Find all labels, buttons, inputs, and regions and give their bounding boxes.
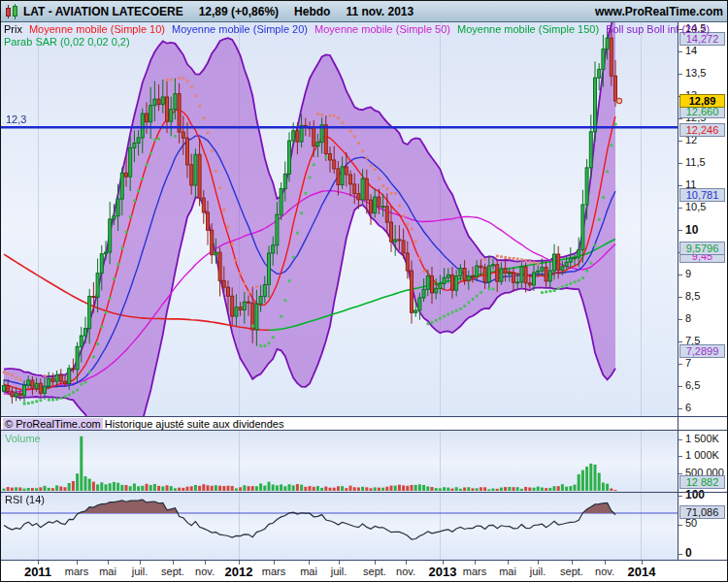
- copyright-brand: © ProRealTime.com: [3, 418, 103, 430]
- time-tick-mark: [508, 561, 509, 565]
- price-tick-label: 8: [685, 312, 691, 324]
- price-tick-label: 14: [685, 45, 697, 56]
- time-tick-label: 2011: [24, 565, 51, 579]
- legend-item[interactable]: Moyenne mobile (Simple 10): [29, 23, 165, 35]
- rsi-tick-label: 100: [685, 488, 705, 501]
- price-badge: 12,89: [679, 94, 725, 108]
- price-tick-label: 10,5: [685, 201, 706, 212]
- panel-divider: [1, 430, 728, 431]
- time-tick-label: sept.: [161, 566, 184, 577]
- candlestick-chart-icon: [4, 4, 19, 19]
- time-tick-mark: [375, 561, 376, 565]
- time-tick-mark: [406, 561, 407, 565]
- panel-divider: [1, 560, 728, 561]
- time-tick-label: juil.: [132, 566, 149, 577]
- prorealtime-url[interactable]: www.ProRealTime.com: [595, 5, 723, 18]
- horizontal-line-label[interactable]: 12,3: [6, 113, 26, 125]
- time-tick-mark: [572, 561, 573, 565]
- time-tick-mark: [205, 561, 206, 565]
- time-tick-label: nov.: [396, 566, 415, 577]
- time-tick-mark: [77, 561, 78, 565]
- price-badge: 10,781: [679, 188, 725, 202]
- legend-item[interactable]: Moyenne mobile (Simple 150): [457, 23, 599, 35]
- time-tick-mark: [309, 561, 310, 565]
- time-tick-mark: [605, 561, 606, 565]
- main-chart-canvas[interactable]: [1, 22, 678, 416]
- panel-divider: [1, 416, 728, 417]
- panel-divider: [1, 492, 728, 493]
- legend-item[interactable]: Moyenne mobile (Simple 20): [172, 23, 308, 35]
- quote-change: 12,89 (+0,86%): [199, 5, 279, 18]
- time-tick-label: mars: [262, 566, 285, 577]
- price-badge: 9,5796: [679, 242, 725, 255]
- copyright-strip: © ProRealTime.com Historique ajusté suit…: [1, 417, 678, 431]
- date-label: 11 nov. 2013: [346, 5, 414, 18]
- indicator-legend-row1: PrixMoyenne mobile (Simple 10)Moyenne mo…: [4, 23, 716, 35]
- price-tick-label: 6: [685, 402, 691, 413]
- app-titlebar: LAT - AVIATION LATECOERE 12,89 (+0,86%) …: [1, 1, 728, 22]
- volume-chart-canvas[interactable]: [1, 431, 678, 492]
- time-tick-label: 2012: [225, 565, 253, 579]
- volume-tick-label: 1 000K: [685, 449, 719, 461]
- time-tick-mark: [140, 561, 141, 565]
- volume-panel-label: Volume: [5, 433, 41, 444]
- rsi-tick-label: 0: [685, 546, 692, 560]
- prorealtime-chart-window: LAT - AVIATION LATECOERE 12,89 (+0,86%) …: [0, 0, 728, 582]
- price-badge: 7,2899: [679, 344, 725, 358]
- axis-divider: [678, 22, 678, 561]
- volume-badge: 12 882: [679, 475, 725, 489]
- instrument-title: LAT - AVIATION LATECOERE: [23, 5, 183, 18]
- price-badge: 12,246: [679, 123, 725, 137]
- price-tick-label: 13,5: [685, 67, 706, 79]
- time-tick-label: sept.: [560, 566, 583, 577]
- legend-item[interactable]: Moyenne mobile (Simple 50): [314, 23, 450, 35]
- time-tick-label: nov.: [195, 566, 215, 577]
- volume-tick-label: 1 500K: [685, 433, 719, 444]
- time-tick-label: mai: [99, 566, 116, 577]
- time-tick-mark: [475, 561, 476, 565]
- time-tick-mark: [538, 561, 539, 565]
- time-tick-label: mars: [65, 566, 88, 577]
- rsi-badge: 71,086: [679, 505, 725, 519]
- legend-item[interactable]: Prix: [4, 23, 22, 35]
- price-tick-label: 6,5: [685, 379, 700, 391]
- copyright-note: Historique ajusté suite aux dividendes: [105, 418, 284, 430]
- price-axis[interactable]: 14,51413,51312,51211,51110,5109,598,587,…: [678, 22, 728, 582]
- time-tick-label: juil.: [530, 566, 546, 577]
- rsi-panel-label: RSI (14): [5, 494, 45, 505]
- time-tick-label: juil.: [331, 566, 347, 577]
- time-tick-label: 2014: [628, 565, 656, 579]
- time-tick-label: nov.: [595, 566, 614, 577]
- price-tick-label: 7: [685, 357, 691, 369]
- indicator-legend-row2: Parab SAR (0,02 0,02 0,2): [4, 36, 137, 48]
- time-tick-label: mars: [463, 566, 486, 577]
- time-tick-mark: [274, 561, 275, 565]
- time-tick-label: sept.: [363, 566, 386, 577]
- time-axis[interactable]: 2011marsmaijuil.sept.nov.2012marsmaijuil…: [1, 561, 728, 582]
- legend-item[interactable]: Parab SAR (0,02 0,02 0,2): [4, 36, 130, 48]
- price-tick-label: 10: [685, 223, 698, 237]
- price-tick-label: 11,5: [685, 156, 706, 168]
- time-tick-label: 2013: [429, 565, 457, 579]
- rsi-chart-canvas[interactable]: [1, 492, 678, 560]
- time-tick-label: mai: [300, 566, 317, 577]
- time-tick-mark: [108, 561, 109, 565]
- time-tick-mark: [173, 561, 174, 565]
- timeframe-label: Hebdo: [294, 5, 330, 18]
- price-tick-label: 8,5: [685, 290, 700, 302]
- price-tick-label: 9: [685, 268, 691, 279]
- time-tick-mark: [339, 561, 340, 565]
- time-tick-label: mai: [499, 566, 516, 577]
- legend-item[interactable]: Boll sup Boll inf (20 2): [606, 23, 710, 35]
